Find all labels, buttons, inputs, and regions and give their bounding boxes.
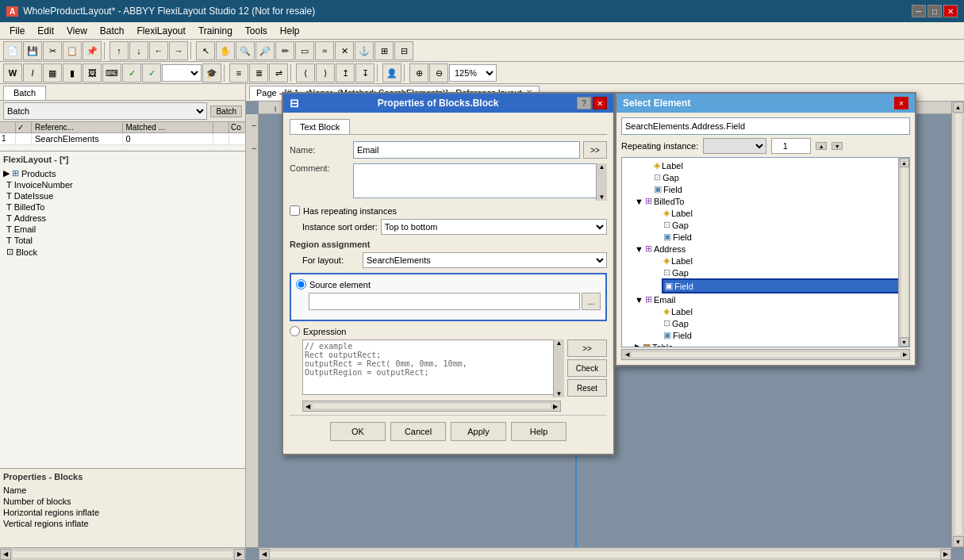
toolbar-select[interactable]: ↖	[196, 41, 215, 60]
toolbar-list3[interactable]: ⇌	[269, 63, 288, 82]
table-row[interactable]: 1 SearchElements 0	[0, 133, 245, 145]
scroll-down-btn[interactable]: ▼	[953, 536, 964, 547]
select-scroll-right[interactable]: ▶	[900, 350, 909, 359]
restore-button[interactable]: □	[928, 5, 942, 17]
expr-btn-insert[interactable]: >>	[567, 339, 607, 357]
expr-scroll-down[interactable]: ▼	[554, 390, 564, 397]
source-input[interactable]	[309, 293, 580, 310]
expr-scroll-right[interactable]: ▶	[551, 401, 560, 411]
toolbar-code[interactable]: ⌨	[102, 63, 121, 82]
comment-input[interactable]	[353, 163, 607, 198]
tree-item-dateissue[interactable]: T DateIssue	[3, 190, 242, 201]
comment-scroll-up[interactable]: ▲	[597, 163, 607, 171]
repeating-num[interactable]	[771, 138, 811, 154]
toolbar-page-up[interactable]: ↥	[336, 63, 355, 82]
menu-help[interactable]: Help	[274, 24, 306, 38]
toolbar-new[interactable]: 📄	[3, 41, 22, 60]
toolbar-hat[interactable]: 🎓	[202, 63, 221, 82]
expr-scroll-left[interactable]: ◀	[303, 401, 313, 411]
tree-node-address-gap[interactable]: ⊡ Gap	[662, 267, 908, 278]
select-search-input[interactable]	[621, 117, 910, 135]
menu-tools[interactable]: Tools	[239, 24, 274, 38]
toolbar-prev-page[interactable]: ⟨	[296, 63, 315, 82]
toolbar-down[interactable]: ↓	[129, 41, 148, 60]
scroll-thumb[interactable]	[955, 114, 962, 535]
toolbar-anchor[interactable]: ⚓	[355, 41, 374, 60]
toolbar-cut[interactable]: ✂	[43, 41, 62, 60]
repeating-select[interactable]	[703, 138, 766, 154]
toolbar-rect[interactable]: ▭	[295, 41, 314, 60]
tree-node-email-label[interactable]: ◈ Label	[662, 305, 908, 317]
expr-horiz-scroll[interactable]: ◀ ▶	[302, 401, 561, 412]
toolbar-italic[interactable]: I	[23, 63, 42, 82]
horiz-scroll-canvas[interactable]: ◀ ▶	[259, 547, 951, 560]
tree-scroll[interactable]: ▲ ▼	[898, 158, 909, 347]
element-tree-view[interactable]: ◈ Label ⊡ Gap ▣ Field ▼ ⊞ BilledTo	[621, 157, 910, 347]
tree-node-email-field[interactable]: ▣ Field	[662, 329, 908, 341]
toolbar-zoomin2[interactable]: ⊕	[409, 63, 428, 82]
horiz-scroll-left[interactable]: ◀ ▶	[0, 547, 245, 560]
toolbar-next-page[interactable]: ⟩	[316, 63, 335, 82]
toolbar-person[interactable]: 👤	[382, 63, 401, 82]
toolbar-paste[interactable]: 📌	[83, 41, 102, 60]
rep-up[interactable]: ▲	[816, 142, 827, 150]
source-browse-btn[interactable]: ...	[582, 293, 601, 310]
toolbar-delete[interactable]: ✕	[335, 41, 354, 60]
toolbar-save[interactable]: 💾	[23, 41, 42, 60]
tree-node-address[interactable]: ▼ ⊞ Address	[633, 243, 908, 255]
canvas-scroll-right[interactable]: ▶	[940, 549, 951, 560]
comment-scroll-down[interactable]: ▼	[597, 194, 607, 201]
toolbar-zoom-out[interactable]: 🔎	[255, 41, 275, 60]
apply-button[interactable]: Apply	[451, 422, 506, 441]
tree-item-address[interactable]: T Address	[3, 213, 242, 224]
tree-node-email-gap[interactable]: ⊡ Gap	[662, 317, 908, 329]
toolbar-bar[interactable]: ▮	[63, 63, 82, 82]
menu-flexilayout[interactable]: FlexiLayout	[131, 24, 192, 38]
select-scroll-track[interactable]	[632, 352, 900, 357]
tree-item-products[interactable]: ▶ ⊞ Products	[3, 167, 242, 179]
expr-scroll-up[interactable]: ▲	[554, 339, 564, 347]
help-button[interactable]: Help	[511, 422, 566, 441]
tree-item-email[interactable]: T Email	[3, 224, 242, 235]
menu-edit[interactable]: Edit	[31, 24, 60, 38]
tree-node-billedto-gap[interactable]: ⊡ Gap	[662, 219, 908, 231]
tree-scroll-up[interactable]: ▲	[900, 158, 909, 167]
tree-node-label-1[interactable]: ◈ Label	[652, 159, 908, 171]
scroll-left-btn[interactable]: ◀	[0, 549, 11, 560]
tree-node-table[interactable]: ▶ ▦ Table	[633, 341, 908, 347]
canvas-scroll-left[interactable]: ◀	[259, 549, 270, 560]
toolbar-zoomout2[interactable]: ⊖	[429, 63, 448, 82]
menu-training[interactable]: Training	[192, 24, 239, 38]
toolbar-pencil[interactable]: ✏	[275, 41, 294, 60]
toolbar-all-select[interactable]: All	[162, 64, 202, 82]
comment-scroll[interactable]: ▲ ▼	[596, 163, 607, 201]
toolbar-page-down[interactable]: ↧	[355, 63, 374, 82]
menu-view[interactable]: View	[60, 24, 94, 38]
rep-down[interactable]: ▼	[831, 142, 843, 150]
tree-node-field-1[interactable]: ▣ Field	[652, 183, 908, 195]
text-block-tab[interactable]: Text Block	[290, 119, 350, 134]
toolbar-match[interactable]: ≈	[315, 41, 334, 60]
toolbar-right[interactable]: →	[169, 41, 188, 60]
toolbar-check-teal[interactable]: ✓	[142, 63, 161, 82]
tree-item-block[interactable]: ⊡ Block	[3, 246, 242, 258]
tree-node-billedto-field[interactable]: ▣ Field	[662, 231, 908, 243]
sort-select[interactable]: Top to bottom	[381, 219, 607, 235]
toolbar-check-green[interactable]: ✓	[122, 63, 141, 82]
dialog-help-btn[interactable]: ?	[577, 97, 591, 109]
menu-batch[interactable]: Batch	[94, 24, 131, 38]
close-button[interactable]: ✕	[943, 5, 958, 17]
toolbar-more2[interactable]: ⊟	[394, 41, 413, 60]
select-dialog-close[interactable]: ×	[894, 97, 908, 109]
toolbar-bold[interactable]: W	[3, 63, 22, 82]
tree-node-billedto-label[interactable]: ◈ Label	[662, 207, 908, 219]
vertical-scroll[interactable]: ▲ ▼	[951, 102, 964, 547]
tree-node-address-field[interactable]: ▣ Field	[662, 278, 908, 293]
tree-item-total[interactable]: T Total	[3, 235, 242, 246]
menu-file[interactable]: File	[3, 24, 31, 38]
dialog-close-btn[interactable]: ✕	[593, 97, 607, 109]
toolbar-zoom-in[interactable]: 🔍	[236, 41, 255, 60]
expr-scroll[interactable]: ▲ ▼	[553, 339, 564, 397]
tree-item-invoicenumber[interactable]: T InvoiceNumber	[3, 179, 242, 190]
toolbar-more1[interactable]: ⊞	[374, 41, 394, 60]
